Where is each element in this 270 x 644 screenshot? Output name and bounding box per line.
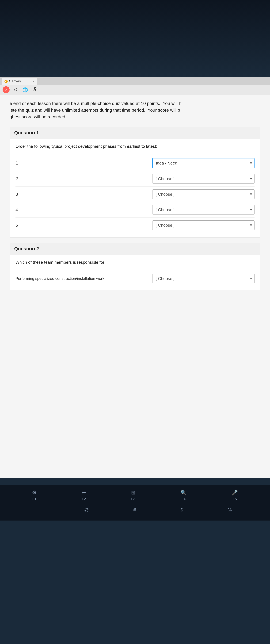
microphone-icon: 🎤: [232, 490, 238, 496]
question-1-body: Order the following typical project deve…: [10, 139, 260, 237]
tab-close-icon[interactable]: ×: [33, 80, 34, 83]
dropdown-wrapper-4: [ Choose ] Idea / Need Planning Design C…: [152, 205, 254, 214]
order-number-2: 2: [16, 176, 22, 181]
dropdown-wrapper-1: Idea / Need Planning Design Construction…: [152, 158, 254, 168]
browser-tab[interactable]: C Canvas ×: [2, 78, 37, 85]
question-1-block: Question 1 Order the following typical p…: [10, 127, 260, 238]
exclaim-key[interactable]: !: [38, 508, 40, 512]
ordering-row-2: 2 [ Choose ] Idea / Need Planning Design…: [16, 171, 254, 186]
bottom-dark-area: ☀ F1 ☀ F2 ⊞ F3 🔍 F4 🎤 F5 ! @ #: [0, 478, 270, 527]
order-dropdown-5[interactable]: [ Choose ] Idea / Need Planning Design C…: [152, 220, 254, 230]
order-number-1: 1: [16, 160, 22, 166]
page-content: e end of each lesson there will be a mul…: [0, 95, 270, 478]
hash-key[interactable]: #: [134, 508, 136, 512]
keyboard-area: ☀ F1 ☀ F2 ⊞ F3 🔍 F4 🎤 F5 ! @ #: [0, 485, 270, 520]
browser-chrome: C Canvas × ✕ ↺ 🌐 Ã: [0, 77, 270, 95]
percent-key[interactable]: %: [228, 508, 232, 512]
ordering-row-4: 4 [ Choose ] Idea / Need Planning Design…: [16, 202, 254, 218]
brightness-up-icon: ☀: [82, 490, 86, 496]
dropdown-wrapper-q2-1: [ Choose ] Subcontractor General Contrac…: [152, 274, 254, 283]
question-2-block: Question 2 Which of these team members i…: [10, 242, 260, 291]
tab-label: Canvas: [9, 79, 21, 84]
question-2-body: Which of these team members is responsib…: [10, 255, 260, 290]
f4-label: F4: [182, 497, 186, 501]
f5-label: F5: [233, 497, 237, 501]
close-button[interactable]: ✕: [2, 86, 10, 93]
question-2-title: Question 2: [14, 246, 39, 251]
f1-key[interactable]: ☀ F1: [32, 490, 37, 501]
intro-line1: e end of each lesson there will be a mul…: [10, 101, 182, 106]
symbol-key-row: ! @ # $ %: [10, 504, 260, 516]
f3-key[interactable]: ⊞ F3: [131, 490, 136, 501]
dropdown-wrapper-2: [ Choose ] Idea / Need Planning Design C…: [152, 174, 254, 184]
order-dropdown-4[interactable]: [ Choose ] Idea / Need Planning Design C…: [152, 205, 254, 214]
order-number-4: 4: [16, 207, 22, 212]
order-number-5: 5: [16, 223, 22, 228]
order-number-3: 3: [16, 192, 22, 197]
intro-line3: ghest score will be recorded.: [10, 114, 66, 119]
f1-label: F1: [32, 497, 36, 501]
question-2-text: Which of these team members is responsib…: [16, 259, 254, 266]
ordering-row-1: 1 Idea / Need Planning Design Constructi…: [16, 155, 254, 171]
ordering-row-3: 3 [ Choose ] Idea / Need Planning Design…: [16, 186, 254, 202]
order-dropdown-1[interactable]: Idea / Need Planning Design Construction…: [152, 158, 254, 168]
tab-bar: C Canvas ×: [0, 77, 270, 85]
matching-dropdown-1[interactable]: [ Choose ] Subcontractor General Contrac…: [152, 274, 254, 283]
f2-label: F2: [82, 497, 86, 501]
search-icon: 🔍: [180, 490, 187, 496]
f5-key[interactable]: 🎤 F5: [232, 490, 238, 501]
order-dropdown-3[interactable]: [ Choose ] Idea / Need Planning Design C…: [152, 190, 254, 199]
question-1-text: Order the following typical project deve…: [16, 143, 254, 150]
ordering-row-5: 5 [ Choose ] Idea / Need Planning Design…: [16, 218, 254, 233]
at-key[interactable]: @: [84, 508, 88, 512]
dropdown-wrapper-5: [ Choose ] Idea / Need Planning Design C…: [152, 220, 254, 230]
globe-button[interactable]: 🌐: [22, 86, 29, 93]
matching-label-1: Performing specialized construction/inst…: [16, 276, 150, 281]
top-dark-area: [0, 0, 270, 77]
mission-control-icon: ⊞: [131, 490, 136, 496]
dropdown-wrapper-3: [ Choose ] Idea / Need Planning Design C…: [152, 190, 254, 199]
intro-line2: lete the quiz and will have unlimited at…: [10, 108, 180, 112]
f2-key[interactable]: ☀ F2: [82, 490, 86, 501]
dollar-key[interactable]: $: [180, 508, 183, 512]
refresh-icon: ↺: [14, 87, 18, 92]
question-1-title: Question 1: [14, 130, 39, 135]
function-key-row: ☀ F1 ☀ F2 ⊞ F3 🔍 F4 🎤 F5: [10, 490, 260, 501]
brightness-down-icon: ☀: [32, 490, 37, 496]
font-button[interactable]: Ã: [31, 86, 38, 93]
question-2-header: Question 2: [10, 243, 260, 255]
f4-key[interactable]: 🔍 F4: [180, 490, 187, 501]
matching-row-1: Performing specialized construction/inst…: [16, 271, 254, 286]
order-dropdown-2[interactable]: [ Choose ] Idea / Need Planning Design C…: [152, 174, 254, 184]
tab-favicon: C: [4, 80, 8, 83]
f3-label: F3: [131, 497, 136, 501]
intro-text: e end of each lesson there will be a mul…: [10, 100, 260, 120]
globe-icon: 🌐: [22, 87, 28, 92]
question-1-header: Question 1: [10, 127, 260, 139]
browser-toolbar: ✕ ↺ 🌐 Ã: [0, 85, 270, 95]
refresh-button[interactable]: ↺: [12, 86, 19, 93]
